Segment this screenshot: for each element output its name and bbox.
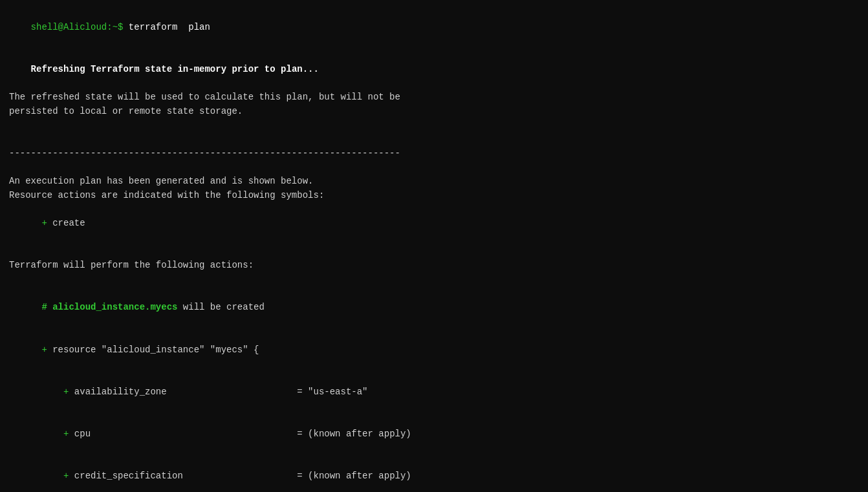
hash-line: # alicloud_instance.myecs will be create… [9,287,859,329]
refreshing-text: Refreshing Terraform state in-memory pri… [31,64,319,74]
val-1: "us-east-a" [308,387,367,397]
attr-availability-zone: + availability_zone = "us-east-a" [9,371,859,413]
prompt-user: shell@Alicloud:~$ [31,22,124,32]
prompt-line: shell@Alicloud:~$ terraform plan [9,6,859,48]
blank-1 [9,119,859,133]
resource-keyword: resource "alicloud_instance" "myecs" { [52,345,259,355]
plus-1: + [31,387,74,397]
create-symbol: + create [9,203,859,245]
resource-plus: + [31,345,53,355]
key-2: cpu [74,429,297,439]
eq-1: = [297,387,308,397]
create-label: create [52,218,85,228]
line-2: persisted to local or remote state stora… [9,105,859,119]
key-3: credit_specification [74,471,297,481]
separator-line: ----------------------------------------… [9,147,859,161]
blank-4 [9,245,859,259]
attr-cpu: + cpu = (known after apply) [9,413,859,455]
val-3: (known after apply) [308,471,411,481]
blank-3 [9,161,859,175]
terminal-window: shell@Alicloud:~$ terraform plan Refresh… [0,0,868,492]
line-1: The refreshed state will be used to calc… [9,91,859,105]
actions-line: Terraform will perform the following act… [9,259,859,273]
key-1: availability_zone [74,387,297,397]
blank-5 [9,273,859,287]
plan-desc-2: Resource actions are indicated with the … [9,189,859,203]
hash-symbol: # [31,302,53,312]
plus-2: + [31,429,74,439]
plus-icon: + [31,218,53,228]
eq-2: = [297,429,308,439]
will-be-created: will be created [177,302,264,312]
prompt-command: terraform plan [123,22,210,32]
eq-3: = [297,471,308,481]
attr-credit-spec: + credit_specification = (known after ap… [9,455,859,492]
plus-3: + [31,471,74,481]
resource-open: + resource "alicloud_instance" "myecs" { [9,329,859,371]
plan-desc-1: An execution plan has been generated and… [9,175,859,189]
val-2: (known after apply) [308,429,411,439]
blank-2 [9,133,859,147]
resource-name: alicloud_instance.myecs [52,302,177,312]
refreshing-line: Refreshing Terraform state in-memory pri… [9,48,859,91]
